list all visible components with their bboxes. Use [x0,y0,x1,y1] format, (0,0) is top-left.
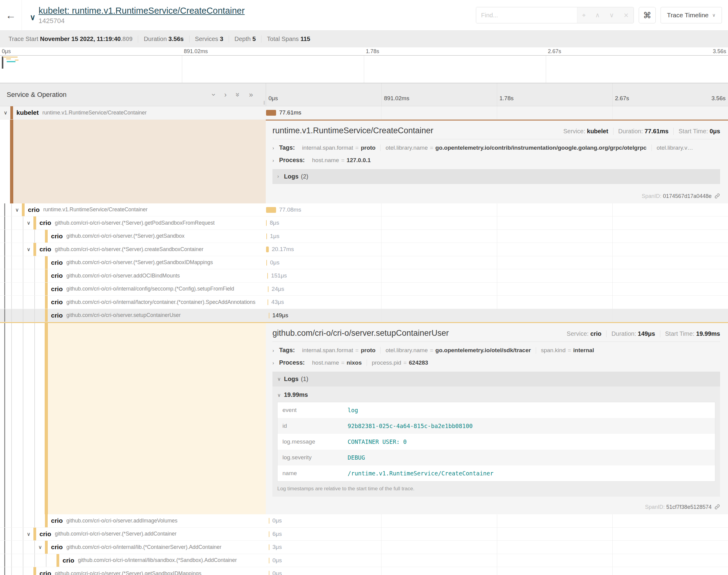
link-icon[interactable] [714,193,720,200]
expand-all-icon[interactable]: » [249,91,253,98]
row-chevron-icon[interactable]: ∨ [27,531,30,537]
span-name-cell[interactable]: crio github.com/cri-o/cri-o/server.(*Ser… [0,567,266,575]
collapse-one-icon[interactable]: › [210,94,218,96]
span-row[interactable]: ∨ crio github.com/cri-o/cri-o/server.(*S… [0,243,728,256]
span-timeline-cell[interactable]: 77.61ms [266,106,728,120]
span-duration-bar[interactable] [266,246,269,252]
span-name-cell[interactable]: ∨ crio github.com/cri-o/cri-o/server.(*S… [0,528,266,541]
span-timeline-cell[interactable]: 0μs [266,514,728,528]
span-row[interactable]: ∨ crio github.com/cri-o/cri-o/server.(*S… [0,528,728,541]
row-chevron-icon[interactable]: ∨ [27,220,30,226]
expand-one-icon[interactable]: › [224,91,227,98]
prev-result-icon[interactable]: ∧ [595,11,600,19]
span-duration-bar[interactable] [269,531,269,537]
tags-section-toggle[interactable]: › Tags:internal.span.format=protootel.li… [272,347,720,354]
span-duration-bar[interactable] [267,273,268,279]
span-name-cell[interactable]: crio github.com/cri-o/cri-o/internal/fac… [0,296,266,309]
span-duration-bar[interactable] [268,286,268,292]
span-timeline-cell[interactable]: 43μs [266,296,728,309]
span-duration-bar[interactable] [269,544,269,550]
span-timeline-cell[interactable]: 0μs [266,554,728,567]
span-duration-bar[interactable] [266,110,276,116]
tree-guide-line [34,230,35,243]
span-row[interactable]: crio github.com/cri-o/cri-o/internal/fac… [0,296,728,309]
span-duration-bar[interactable] [269,558,269,564]
row-chevron-icon[interactable]: ∨ [27,246,30,252]
span-row[interactable]: crio github.com/cri-o/cri-o/server.(*Ser… [0,567,728,575]
collapse-all-icon[interactable]: » [234,93,241,97]
span-duration-bar[interactable] [268,299,268,305]
tags-section-toggle[interactable]: › Tags:internal.span.format=protootel.li… [272,144,720,151]
span-row[interactable]: crio github.com/cri-o/cri-o/server.(*Ser… [0,230,728,243]
link-icon[interactable] [714,504,720,511]
span-timeline-cell[interactable]: 24μs [266,283,728,296]
span-timeline-cell[interactable]: 20.17ms [266,243,728,256]
span-name-cell[interactable]: crio github.com/cri-o/cri-o/server.(*Ser… [0,230,266,243]
span-name-cell[interactable]: ∨ crio runtime.v1.RuntimeService/CreateC… [0,203,266,217]
minimap-span [7,61,15,62]
back-button[interactable]: ← [0,0,22,30]
span-name-cell[interactable]: ∨ crio github.com/cri-o/cri-o/server.(*S… [0,216,266,230]
span-duration-bar[interactable] [266,220,267,226]
span-name-cell[interactable]: ∨ crio github.com/cri-o/cri-o/server.(*S… [0,243,266,256]
service-name: crio [39,570,51,575]
span-row[interactable]: ∨ crio github.com/cri-o/cri-o/internal/l… [0,541,728,554]
span-name-cell[interactable]: crio github.com/cri-o/cri-o/server.addOC… [0,269,266,283]
keyboard-shortcuts-button[interactable]: ⌘ [639,7,656,23]
view-selector-button[interactable]: Trace Timeline ∨ [661,7,722,23]
span-name-cell[interactable]: crio github.com/cri-o/cri-o/server.(*Ser… [0,256,266,270]
process-section-toggle[interactable]: › Process:host.name=nixosprocess.pid=624… [272,359,720,366]
span-row[interactable]: crio github.com/cri-o/cri-o/server.setup… [0,309,728,323]
span-timeline-cell[interactable]: 3μs [266,541,728,554]
span-name-cell[interactable]: crio github.com/cri-o/cri-o/internal/lib… [0,554,266,567]
span-row[interactable]: crio github.com/cri-o/cri-o/server.addIm… [0,514,728,528]
span-duration-bar[interactable] [269,313,269,318]
span-timeline-cell[interactable]: 151μs [266,269,728,283]
span-duration-bar[interactable] [269,571,269,575]
span-name-cell[interactable]: crio github.com/cri-o/cri-o/server.addIm… [0,514,266,528]
span-timeline-cell[interactable]: 0μs [266,567,728,575]
column-resizer-grip[interactable]: ∥ [263,100,265,105]
span-row[interactable]: ∨ crio runtime.v1.RuntimeService/CreateC… [0,203,728,217]
log-entry-toggle[interactable]: ∨ 19.99ms [277,391,715,398]
log-field-row: log.severityDEBUG [277,450,715,465]
row-chevron-icon[interactable]: ∨ [38,544,42,550]
span-duration-bar[interactable] [266,233,267,239]
span-duration-bar[interactable] [269,518,269,524]
span-row[interactable]: crio github.com/cri-o/cri-o/internal/lib… [0,554,728,567]
span-name-cell[interactable]: crio github.com/cri-o/cri-o/internal/con… [0,283,266,296]
logs-section-toggle[interactable]: › Logs (2) [272,169,720,184]
span-row[interactable]: crio github.com/cri-o/cri-o/internal/con… [0,283,728,296]
next-result-icon[interactable]: ∨ [609,11,614,19]
span-name-cell[interactable]: crio github.com/cri-o/cri-o/server.setup… [0,309,266,323]
detail-duration: Duration: 77.61ms [613,128,674,135]
span-duration-bar[interactable] [266,260,267,266]
span-timeline-cell[interactable]: 6μs [266,528,728,541]
log-field-row: id92b82381-025c-4a64-815c-ba2e1bb08100 [277,418,715,434]
logs-section-toggle[interactable]: ∨ Logs (1) [272,372,720,386]
span-row[interactable]: crio github.com/cri-o/cri-o/server.(*Ser… [0,256,728,270]
span-timeline-cell[interactable]: 149μs [266,309,728,323]
process-section-toggle[interactable]: › Process:host.name=127.0.0.1 [272,157,720,164]
span-timeline-cell[interactable]: 77.08ms [266,203,728,217]
span-row[interactable]: ∨ crio github.com/cri-o/cri-o/server.(*S… [0,216,728,230]
clear-search-icon[interactable]: × [624,11,629,19]
span-duration-bar[interactable] [266,207,276,213]
span-row[interactable]: ∨ kubelet runtime.v1.RuntimeService/Crea… [0,106,728,120]
equals-sign: = [355,347,359,353]
span-row[interactable]: crio github.com/cri-o/cri-o/server.addOC… [0,269,728,283]
span-timeline-cell[interactable]: 8μs [266,216,728,230]
tree-guide-line [23,514,23,527]
locate-icon[interactable]: ⌖ [582,11,586,19]
trace-title-link[interactable]: kubelet: runtime.v1.RuntimeService/Creat… [39,6,245,16]
span-timeline-cell[interactable]: 0μs [266,256,728,270]
trace-collapse-chevron-icon[interactable]: ∨ [30,13,36,22]
span-name-cell[interactable]: ∨ kubelet runtime.v1.RuntimeService/Crea… [0,106,266,120]
row-chevron-icon[interactable]: ∨ [4,110,7,116]
span-name-cell[interactable]: ∨ crio github.com/cri-o/cri-o/internal/l… [0,541,266,554]
row-chevron-icon[interactable]: ∨ [15,206,19,213]
find-input[interactable] [476,7,577,23]
span-timeline-cell[interactable]: 1μs [266,230,728,243]
minimap-drag-handle[interactable] [2,57,3,69]
minimap-canvas[interactable] [0,55,728,83]
